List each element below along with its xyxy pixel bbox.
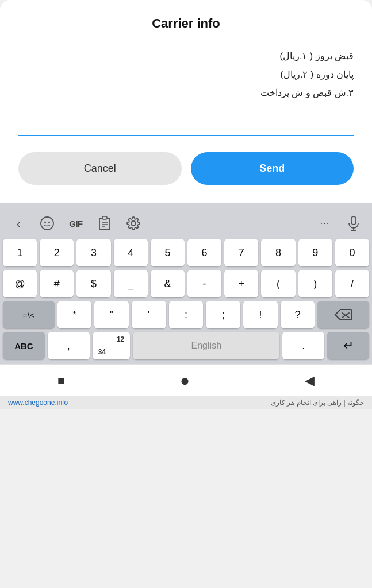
key-2[interactable]: 2 bbox=[40, 239, 74, 266]
keyboard-row-symbols1: @ # $ _ & - + ( ) / bbox=[1, 270, 371, 297]
carrier-info-dialog: Carrier info قبض بروز ( ۱.ریال) پایان دو… bbox=[0, 0, 372, 203]
key-shift-sym[interactable]: =\< bbox=[3, 301, 55, 328]
key-comma[interactable]: , bbox=[48, 332, 90, 359]
svg-rect-8 bbox=[351, 216, 356, 225]
key-star[interactable]: * bbox=[57, 301, 92, 328]
key-7[interactable]: 7 bbox=[224, 239, 258, 266]
footer-left: www.chegoone.info bbox=[8, 399, 68, 407]
keyboard-toolbar: ‹ GIF ··· bbox=[1, 207, 371, 239]
key-close-paren[interactable]: ) bbox=[298, 270, 332, 297]
back-icon[interactable]: ‹ bbox=[5, 211, 32, 235]
nav-home-icon[interactable]: ● bbox=[180, 372, 190, 390]
key-exclaim[interactable]: ! bbox=[243, 301, 278, 328]
key-at[interactable]: @ bbox=[3, 270, 37, 297]
key-squote[interactable]: ' bbox=[132, 301, 166, 328]
key-spacebar[interactable]: English bbox=[133, 332, 279, 359]
key-0[interactable]: 0 bbox=[335, 239, 369, 266]
more-icon[interactable]: ··· bbox=[311, 211, 339, 235]
key-plus[interactable]: + bbox=[224, 270, 258, 297]
nav-bar: ■ ● ◀ bbox=[0, 364, 372, 396]
key-9[interactable]: 9 bbox=[298, 239, 332, 266]
clipboard-icon[interactable] bbox=[91, 211, 118, 235]
toolbar-separator bbox=[229, 215, 229, 232]
nav-recents-icon[interactable]: ■ bbox=[57, 373, 65, 388]
emoji-icon[interactable] bbox=[33, 211, 61, 235]
footer-bar: www.chegoone.info چگونه | راهی برای انجا… bbox=[0, 396, 372, 409]
key-5[interactable]: 5 bbox=[151, 239, 185, 266]
key-hash[interactable]: # bbox=[40, 270, 74, 297]
dialog-line-3: ۳.ش قبض و ش پرداخت bbox=[18, 84, 354, 102]
backspace-key[interactable] bbox=[317, 301, 369, 328]
send-button[interactable]: Send bbox=[191, 152, 354, 185]
settings-icon[interactable] bbox=[120, 211, 147, 235]
key-period[interactable]: . bbox=[282, 332, 324, 359]
svg-point-2 bbox=[48, 222, 50, 223]
key-3[interactable]: 3 bbox=[76, 239, 110, 266]
key-1234[interactable]: 12 34 bbox=[93, 332, 131, 359]
footer-right: چگونه | راهی برای انجام هر کاری bbox=[271, 399, 364, 407]
svg-point-1 bbox=[44, 222, 46, 223]
key-ampersand[interactable]: & bbox=[151, 270, 185, 297]
svg-rect-3 bbox=[99, 218, 110, 230]
key-4[interactable]: 4 bbox=[114, 239, 148, 266]
svg-point-0 bbox=[41, 217, 53, 230]
key-underscore[interactable]: _ bbox=[114, 270, 148, 297]
dialog-buttons: Cancel Send bbox=[18, 152, 354, 185]
key-enter[interactable]: ↵ bbox=[327, 332, 369, 359]
key-question[interactable]: ? bbox=[281, 301, 315, 328]
key-minus[interactable]: - bbox=[187, 270, 221, 297]
nav-back-icon[interactable]: ◀ bbox=[305, 373, 315, 388]
dialog-title: Carrier info bbox=[18, 16, 354, 31]
input-wrap bbox=[18, 116, 354, 136]
text-input[interactable] bbox=[18, 116, 354, 136]
key-colon[interactable]: : bbox=[169, 301, 204, 328]
mic-icon[interactable] bbox=[340, 211, 367, 235]
dialog-line-1: قبض بروز ( ۱.ریال) bbox=[18, 47, 354, 65]
svg-rect-4 bbox=[102, 216, 107, 219]
dialog-content: قبض بروز ( ۱.ریال) پایان دوره ( ۲.ریال) … bbox=[18, 47, 354, 102]
key-slash[interactable]: / bbox=[335, 270, 369, 297]
dialog-line-2: پایان دوره ( ۲.ریال) bbox=[18, 65, 354, 84]
key-dollar[interactable]: $ bbox=[76, 270, 110, 297]
keyboard-row-numbers: 1 2 3 4 5 6 7 8 9 0 bbox=[1, 239, 371, 266]
cancel-button[interactable]: Cancel bbox=[18, 152, 182, 185]
key-dquote[interactable]: " bbox=[94, 301, 129, 328]
toolbar-right-group: ··· bbox=[311, 211, 367, 235]
keyboard-row-symbols2: =\< * " ' : ; ! ? bbox=[1, 301, 371, 328]
key-semicolon[interactable]: ; bbox=[206, 301, 240, 328]
keyboard: ‹ GIF ··· 1 bbox=[0, 203, 372, 364]
key-8[interactable]: 8 bbox=[261, 239, 295, 266]
key-1[interactable]: 1 bbox=[3, 239, 37, 266]
toolbar-left-group: ‹ GIF bbox=[5, 211, 147, 235]
keyboard-row-bottom: ABC , 12 34 English . ↵ bbox=[1, 332, 371, 359]
gif-icon[interactable]: GIF bbox=[62, 211, 90, 235]
key-open-paren[interactable]: ( bbox=[261, 270, 295, 297]
key-6[interactable]: 6 bbox=[187, 239, 221, 266]
key-abc[interactable]: ABC bbox=[3, 332, 45, 359]
